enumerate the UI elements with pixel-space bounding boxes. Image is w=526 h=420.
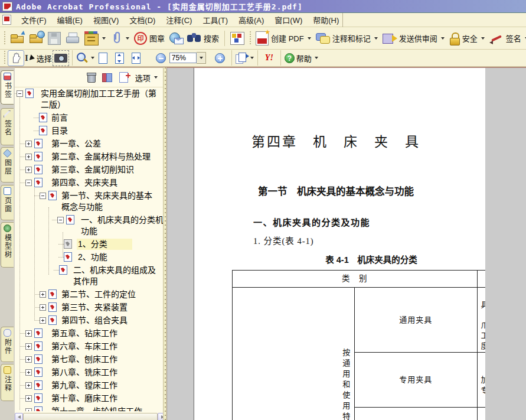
bookmark-item[interactable]: 第四章、夹床夹具 xyxy=(15,177,167,188)
bookmark-item[interactable]: 第二节、工件的定位 xyxy=(15,289,167,300)
bookmark-label[interactable]: 第四节、组合夹具 xyxy=(60,315,129,326)
picture-tasks-button[interactable] xyxy=(228,31,247,46)
bookmark-item[interactable]: 2、功能 xyxy=(15,252,167,263)
open-button[interactable] xyxy=(8,31,27,45)
menu-item[interactable]: 工具(T) xyxy=(197,13,233,27)
print-button[interactable] xyxy=(63,31,82,45)
bookmark-item[interactable]: 实用金属切削加工工艺手册（第 二版） xyxy=(15,88,167,110)
collapse-minus-icon[interactable] xyxy=(17,90,23,97)
scroll-left-button[interactable] xyxy=(15,413,23,420)
expand-current-bookmark-icon[interactable] xyxy=(102,73,112,82)
bookmark-label[interactable]: 第三节、夹紧装置 xyxy=(60,302,129,313)
bookmark-label[interactable]: 第十一章、齿轮机床工作 xyxy=(50,406,143,411)
bookmark-item[interactable]: 第七章、刨床工作 xyxy=(15,354,167,365)
menu-item[interactable]: 高级(A) xyxy=(233,13,269,27)
zoom-in-button[interactable] xyxy=(212,50,228,66)
expand-plus-icon[interactable] xyxy=(25,343,32,350)
bookmark-item[interactable]: 第五章、钻床工作 xyxy=(15,328,167,339)
bookmark-label[interactable]: 目录 xyxy=(50,125,69,136)
bookmark-label[interactable]: 前言 xyxy=(50,112,69,123)
expand-plus-icon[interactable] xyxy=(40,317,46,324)
expand-plus-icon[interactable] xyxy=(25,369,32,376)
zoom-out-button[interactable] xyxy=(153,50,169,66)
menu-item[interactable]: 编辑(E) xyxy=(52,13,88,27)
nav-tab-签名[interactable]: 签名 xyxy=(1,108,14,145)
bookmark-label[interactable]: 2、功能 xyxy=(77,252,109,263)
hand-tool-button[interactable] xyxy=(8,50,24,66)
save-button[interactable] xyxy=(45,31,63,46)
nav-tab-页面[interactable]: 页面 xyxy=(1,185,14,220)
nav-tab-附件[interactable]: 附件 xyxy=(1,327,14,362)
bookmark-label[interactable]: 第五章、钻床工作 xyxy=(50,328,119,339)
bookmark-label[interactable]: 第四章、夹床夹具 xyxy=(50,177,119,188)
horizontal-scrollbar-thumb[interactable] xyxy=(23,413,158,420)
nav-tab-图层[interactable]: 图层 xyxy=(1,147,14,183)
bookmark-item[interactable]: 第三节、夹紧装置 xyxy=(15,302,167,313)
expand-plus-icon[interactable] xyxy=(40,291,46,298)
bookmark-label[interactable]: 二、机床夹具的组成及 其作用 xyxy=(72,265,157,287)
yahoo-search-button[interactable]: Y! xyxy=(261,50,277,66)
create-pdf-button[interactable]: ★ 创建 PDF xyxy=(253,30,313,47)
collapse-minus-icon[interactable] xyxy=(40,193,46,199)
expand-plus-icon[interactable] xyxy=(25,382,32,389)
bookmark-item[interactable]: 第十一章、齿轮机床工作 xyxy=(15,406,167,411)
bookmark-label[interactable]: 第二节、工件的定位 xyxy=(60,289,137,300)
stamp-button[interactable]: 印 图章 xyxy=(132,31,167,46)
bookmark-item[interactable]: 第九章、镗床工作 xyxy=(15,380,167,391)
page-layout-button[interactable] xyxy=(235,50,254,66)
bookmark-label[interactable]: 第九章、镗床工作 xyxy=(50,380,119,391)
bookmark-item[interactable]: 1、分类 xyxy=(15,239,167,250)
fit-page-button[interactable] xyxy=(112,50,128,66)
collapse-minus-icon[interactable] xyxy=(57,217,64,223)
zoom-dropdown-button[interactable] xyxy=(197,52,206,64)
menu-item[interactable]: 文档(D) xyxy=(124,13,161,27)
expand-plus-icon[interactable] xyxy=(25,395,32,402)
expand-plus-icon[interactable] xyxy=(25,141,32,147)
bookmark-label[interactable]: 一、机床夹具的分类机 功能 xyxy=(80,214,165,237)
select-tool-button[interactable]: I 选择 xyxy=(24,50,53,66)
nav-tab-模型树[interactable]: 模型树 xyxy=(1,222,14,268)
bookmark-item[interactable]: 第四节、组合夹具 xyxy=(15,315,167,326)
menu-item[interactable]: 窗口(W) xyxy=(269,13,308,27)
expand-plus-icon[interactable] xyxy=(40,304,46,311)
menu-item[interactable]: 帮助(H) xyxy=(308,13,344,27)
bookmark-label[interactable]: 第七章、刨床工作 xyxy=(50,354,119,365)
help-button[interactable]: ? 帮助 xyxy=(284,50,319,66)
panel-splitter[interactable] xyxy=(163,67,167,420)
bookmark-label[interactable]: 第三章、金属切削知识 xyxy=(50,164,135,175)
expand-plus-icon[interactable] xyxy=(25,154,32,160)
bookmark-item[interactable]: 第八章、铣床工作 xyxy=(15,367,167,378)
bookmark-item[interactable]: 第一节、夹床夹具的基本 概念与功能 xyxy=(15,190,167,213)
bookmark-label[interactable]: 第六章、车床工作 xyxy=(50,341,119,352)
zoom-tool-button[interactable] xyxy=(76,50,95,66)
secure-button[interactable]: 安全 xyxy=(447,31,487,46)
toolbar-grip[interactable] xyxy=(249,31,251,45)
email-button[interactable] xyxy=(167,31,185,45)
menu-item[interactable]: 视图(V) xyxy=(88,13,124,27)
bookmark-label[interactable]: 第八章、铣床工作 xyxy=(50,367,119,378)
toolbar-grip[interactable] xyxy=(3,51,6,65)
expand-plus-icon[interactable] xyxy=(25,356,32,363)
comment-markup-button[interactable]: 注释和标记 xyxy=(313,31,380,45)
open-web-button[interactable] xyxy=(27,31,45,45)
bookmark-label[interactable]: 第二章、金属材料与热处理 xyxy=(50,151,152,162)
bookmark-item[interactable]: 前言 xyxy=(15,112,167,123)
expand-plus-icon[interactable] xyxy=(25,167,32,173)
delete-bookmark-icon[interactable] xyxy=(87,73,95,82)
bookmark-item[interactable]: 第一章、公差 xyxy=(15,138,167,149)
bookmark-item[interactable]: 第六章、车床工作 xyxy=(15,341,167,352)
expand-plus-icon[interactable] xyxy=(25,330,32,337)
menu-item[interactable]: 注释(C) xyxy=(161,13,197,27)
send-review-button[interactable]: 发送供审阅 xyxy=(380,31,447,45)
bookmark-label[interactable]: 实用金属切削加工工艺手册（第 二版） xyxy=(40,88,158,110)
actual-size-button[interactable] xyxy=(95,50,112,66)
bookmark-label[interactable]: 第一章、公差 xyxy=(50,138,102,149)
nav-tab-书签[interactable]: 书签 xyxy=(1,70,14,105)
fit-width-button[interactable] xyxy=(128,50,145,66)
bookmark-item[interactable]: 第三章、金属切削知识 xyxy=(15,164,167,175)
bookmark-item[interactable]: 第十章、磨床工作 xyxy=(15,393,167,404)
nav-tab-注释[interactable]: 注释 xyxy=(1,364,14,401)
bookmark-label[interactable]: 第十章、磨床工作 xyxy=(50,393,119,404)
zoom-level-input[interactable] xyxy=(169,53,197,63)
expand-plus-icon[interactable] xyxy=(25,408,32,411)
